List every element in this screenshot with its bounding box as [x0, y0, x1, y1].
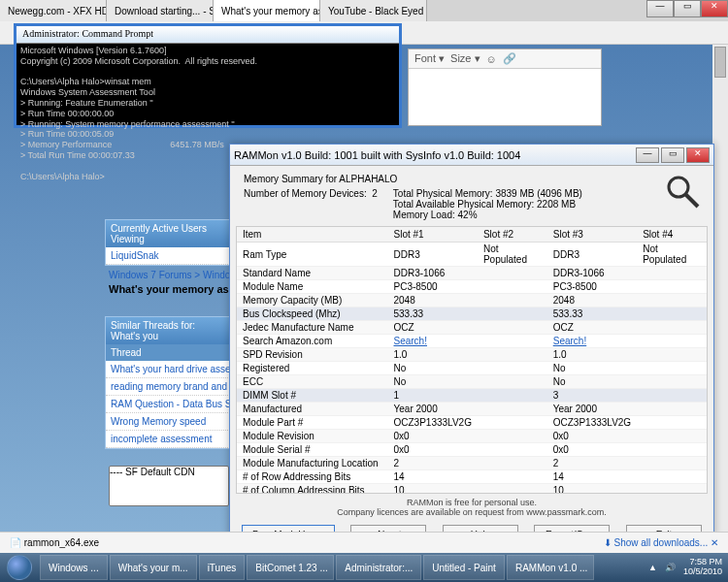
show-downloads-link[interactable]: ⬇ Show all downloads... ✕ — [604, 537, 718, 548]
start-button[interactable] — [0, 553, 39, 582]
table-row[interactable]: Module Serial #0x00x0 — [237, 443, 707, 457]
taskbar-item[interactable]: What's your m... — [110, 555, 197, 580]
table-row[interactable]: # of Column Addressing Bits1010 — [237, 484, 707, 495]
table-row[interactable]: Module NamePC3-8500PC3-8500 — [237, 280, 707, 294]
table-row[interactable]: DIMM Slot #13 — [237, 389, 707, 403]
column-header[interactable]: Slot #3 — [547, 227, 637, 242]
tray-icon[interactable]: ▲ — [648, 563, 657, 572]
table-row[interactable]: RegisteredNoNo — [237, 362, 707, 375]
thread-link[interactable]: RAM Question - Data Bus Speeds/M — [106, 396, 230, 413]
table-row[interactable]: Module Revision0x00x0 — [237, 430, 707, 443]
column-header[interactable]: Slot #2 — [478, 227, 547, 242]
taskbar-item[interactable]: Windows ... — [40, 555, 108, 580]
column-header[interactable]: Slot #4 — [637, 227, 707, 242]
rammon-window[interactable]: RAMMon v1.0 Build: 1001 built with SysIn… — [229, 144, 714, 537]
table-row[interactable]: # of Row Addressing Bits1414 — [237, 470, 707, 484]
size-dropdown[interactable]: Size ▾ — [450, 52, 480, 65]
magnifier-icon — [663, 172, 702, 210]
table-row[interactable]: Ram TypeDDR3Not PopulatedDDR3Not Populat… — [237, 242, 707, 267]
taskbar-item[interactable]: Untitled - Paint — [423, 555, 505, 580]
breadcrumb[interactable]: Windows 7 Forums > Windows — [109, 270, 243, 280]
table-row[interactable]: Bus Clockspeed (Mhz)533.33533.33 — [237, 307, 707, 321]
minimize-button[interactable]: — — [646, 0, 674, 17]
window-title: Administrator: Command Prompt — [17, 26, 399, 44]
clock[interactable]: 7:58 PM 10/5/2010 — [683, 558, 722, 577]
column-header[interactable]: Item — [237, 227, 388, 242]
taskbar-item[interactable]: RAMMon v1.0 ... — [507, 555, 594, 580]
svg-line-1 — [685, 194, 698, 207]
window-controls: — ▭ ✕ — [646, 0, 728, 17]
browser-tab[interactable]: YouTube - Black Eyed P... — [320, 0, 427, 21]
thread-link[interactable]: reading memory brand and speed/M — [106, 378, 230, 396]
browser-tab[interactable]: Download starting... - Sof... — [107, 0, 214, 21]
taskbar-item[interactable]: iTunes — [199, 555, 246, 580]
font-dropdown[interactable]: Font ▾ — [414, 52, 445, 65]
close-button[interactable]: ✕ — [701, 0, 728, 17]
browser-tab[interactable]: What's your memory ass... — [214, 0, 320, 21]
taskbar-item[interactable]: BitComet 1.23 ... — [247, 555, 334, 580]
table-row[interactable]: Jedec Manufacture NameOCZOCZ — [237, 321, 707, 335]
thread-link[interactable]: Wrong Memory speed — [106, 413, 230, 431]
active-users-box: Currently Active Users Viewing LiquidSna… — [105, 219, 231, 266]
download-bar: 📄 rammon_x64.exe ⬇ Show all downloads...… — [0, 532, 728, 553]
command-prompt-window[interactable]: Administrator: Command Prompt Microsoft … — [14, 23, 402, 128]
smiley-icon[interactable]: ☺ — [486, 53, 497, 65]
download-item[interactable]: 📄 rammon_x64.exe — [10, 537, 99, 548]
footer-text: RAMMon is free for personal use. Company… — [230, 496, 713, 519]
table-row[interactable]: Module Part #OCZ3P1333LV2GOCZ3P1333LV2G — [237, 416, 707, 430]
table-row[interactable]: Standard NameDDR3-1066DDR3-1066 — [237, 267, 707, 280]
page-scrollbar[interactable] — [712, 45, 728, 532]
table-row[interactable]: Search Amazon.comSearch!Search! — [237, 335, 707, 348]
memory-summary: Memory Summary for ALPHAHALO Number of M… — [230, 166, 713, 224]
table-row[interactable]: Memory Capacity (MB)20482048 — [237, 294, 707, 307]
tray-icon[interactable]: 🔊 — [665, 563, 676, 572]
similar-threads-box: Similar Threads for: What's you Thread W… — [105, 316, 231, 449]
cdn-select[interactable]: ---- SF Default CDN — [109, 466, 229, 506]
page-title: What's your memory as — [109, 283, 229, 295]
search-link[interactable]: Search! — [553, 336, 586, 346]
user-link[interactable]: LiquidSnak — [106, 247, 230, 265]
table-row[interactable]: Module Manufacturing Location22 — [237, 457, 707, 470]
thread-link[interactable]: What's your hard drive assessment — [106, 361, 230, 378]
thread-link[interactable]: incomplete assessment — [106, 431, 230, 448]
browser-tab[interactable]: Newegg.com - XFX HD-5... — [0, 0, 107, 21]
search-link[interactable]: Search! — [394, 336, 427, 346]
table-row[interactable]: SPD Revision1.01.0 — [237, 348, 707, 362]
window-title: RAMMon v1.0 Build: 1001 built with SysIn… — [234, 149, 520, 161]
browser-tab-strip: Newegg.com - XFX HD-5... Download starti… — [0, 0, 728, 21]
table-row[interactable]: ECCNoNo — [237, 375, 707, 389]
column-header[interactable]: Slot #1 — [388, 227, 478, 242]
close-button[interactable]: ✕ — [686, 147, 710, 163]
taskbar: Windows ...What's your m...iTunesBitCome… — [0, 553, 728, 582]
system-tray[interactable]: ▲ 🔊 7:58 PM 10/5/2010 — [643, 558, 728, 577]
table-row[interactable]: ManufacturedYear 2000Year 2000 — [237, 403, 707, 416]
maximize-button[interactable]: ▭ — [661, 147, 684, 163]
link-icon[interactable]: 🔗 — [503, 52, 516, 65]
memory-table[interactable]: ItemSlot #1Slot #2Slot #3Slot #4 Ram Typ… — [236, 226, 708, 494]
editor-panel: Font ▾ Size ▾ ☺ 🔗 — [408, 48, 602, 126]
minimize-button[interactable]: — — [636, 147, 659, 163]
maximize-button[interactable]: ▭ — [674, 0, 701, 17]
taskbar-item[interactable]: Administrator:... — [336, 555, 421, 580]
